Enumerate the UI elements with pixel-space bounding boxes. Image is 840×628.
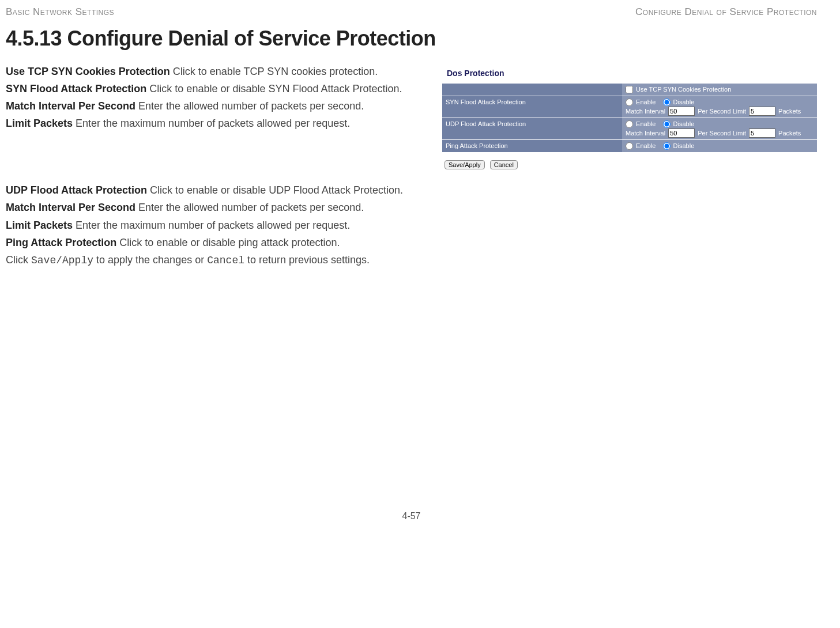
syn-per-second-limit-input[interactable] [749,107,775,116]
udp-flood-label: UDP Flood Attack Protection [442,118,622,140]
lead-udp-match-interval: Match Interval Per Second [6,202,135,213]
udp-flood-disable-radio[interactable] [663,120,671,128]
para-udp-match-interval: Match Interval Per Second Enter the allo… [6,200,817,214]
lead-syn-limit-packets: Limit Packets [6,118,73,129]
ping-disable-radio[interactable] [663,142,671,150]
para-udp-flood: UDP Flood Attack Protection Click to ena… [6,183,817,197]
ping-enable-label: Enable [634,142,656,149]
tcp-syn-cookies-checkbox[interactable] [626,86,633,93]
page-header: Basic Network Settings Configure Denial … [6,6,817,19]
body-ping-attack: Click to enable or disable ping attack p… [116,237,340,248]
row-spacer [442,84,622,96]
lead-udp-flood: UDP Flood Attack Protection [6,184,147,196]
body-udp-match-interval: Enter the allowed number of packets per … [135,202,364,213]
udp-flood-controls: Enable Disable Match Interval Per Second… [622,118,817,140]
save-apply-button[interactable]: Save/Apply [445,160,485,169]
tcp-syn-cookies-cell: Use TCP SYN Cookies Protection [622,84,817,96]
syn-match-interval-label: Match Interval [626,108,665,115]
page-number: 4-57 [6,510,817,523]
ping-attack-controls: Enable Disable [622,139,817,152]
syn-packets-label: Packets [778,108,801,115]
body-udp-limit-packets: Enter the maximum number of packets allo… [73,220,350,231]
lead-tcp-syn-cookies: Use TCP SYN Cookies Protection [6,66,170,77]
final-code-cancel: Cancel [207,255,244,266]
udp-match-interval-label: Match Interval [626,130,665,137]
syn-flood-label: SYN Flood Attack Protection [442,96,622,118]
final-b: to apply the changes or [93,254,207,266]
tcp-syn-cookies-label: Use TCP SYN Cookies Protection [634,86,731,93]
udp-per-second-limit-input[interactable] [749,128,775,138]
udp-flood-enable-label: Enable [634,120,656,127]
body-udp-flood: Click to enable or disable UDP Flood Att… [147,184,403,196]
button-row: Save/Apply Cancel [442,152,817,175]
ping-disable-label: Disable [672,142,695,149]
syn-per-second-limit-label: Per Second Limit [698,108,746,115]
syn-flood-disable-radio[interactable] [663,99,671,106]
dos-protection-panel: Dos Protection Use TCP SYN Cookies Prote… [442,65,817,176]
syn-flood-enable-radio[interactable] [626,99,633,106]
lead-udp-limit-packets: Limit Packets [6,220,73,231]
body-syn-flood: Click to enable or disable SYN Flood Att… [146,83,402,94]
dos-table: Use TCP SYN Cookies Protection SYN Flood… [442,83,817,152]
final-c: to return previous settings. [244,254,370,266]
syn-flood-disable-label: Disable [672,99,695,105]
ping-enable-radio[interactable] [626,142,633,150]
para-ping-attack: Ping Attack Protection Click to enable o… [6,236,817,249]
para-udp-limit-packets: Limit Packets Enter the maximum number o… [6,218,817,232]
syn-flood-controls: Enable Disable Match Interval Per Second… [622,96,817,118]
section-title: 4.5.13 Configure Denial of Service Prote… [6,25,817,53]
body-syn-match-interval: Enter the allowed number of packets per … [135,100,364,112]
udp-packets-label: Packets [778,130,801,137]
udp-flood-disable-label: Disable [672,120,695,127]
header-left: Basic Network Settings [6,6,114,19]
ping-attack-label: Ping Attack Protection [442,139,622,152]
body-syn-limit-packets: Enter the maximum number of packets allo… [73,118,350,129]
lead-syn-flood: SYN Flood Attack Protection [6,83,146,94]
cancel-button[interactable]: Cancel [490,160,518,169]
syn-flood-enable-label: Enable [634,99,656,105]
header-right: Configure Denial of Service Protection [635,6,817,19]
syn-match-interval-input[interactable] [668,107,695,116]
final-a: Click [6,254,31,266]
udp-match-interval-input[interactable] [668,128,695,138]
udp-per-second-limit-label: Per Second Limit [698,130,746,137]
para-final: Click Save/Apply to apply the changes or… [6,253,817,267]
body-tcp-syn-cookies: Click to enable TCP SYN cookies protecti… [170,66,378,77]
panel-title: Dos Protection [442,65,817,84]
final-code-save: Save/Apply [31,255,93,266]
lead-ping-attack: Ping Attack Protection [6,237,116,248]
udp-flood-enable-radio[interactable] [626,120,633,128]
lead-syn-match-interval: Match Interval Per Second [6,100,135,112]
